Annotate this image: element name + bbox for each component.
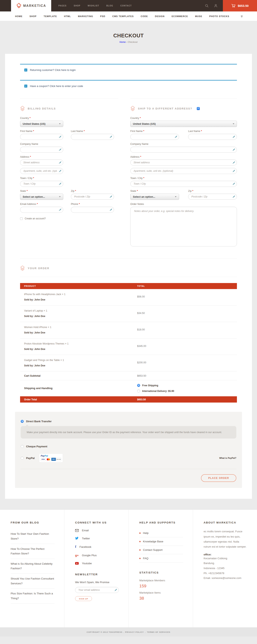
main-nav-ecommerce[interactable]: ECOMMERCE [172, 15, 188, 18]
brand-logo[interactable]: MARKETICA [11, 0, 51, 12]
help-link[interactable]: FAQ [139, 554, 183, 563]
billing-title: BILLING DETAILS [28, 107, 56, 110]
login-link[interactable]: Click here to login [55, 68, 76, 72]
main-nav-code[interactable]: CODE [141, 15, 148, 18]
billing-state-select[interactable]: Select an option... [20, 194, 63, 200]
create-account-checkbox[interactable] [20, 217, 23, 220]
ship-different-checkbox[interactable] [197, 107, 200, 110]
billing-email-input[interactable] [20, 207, 63, 213]
billing-company-input[interactable] [20, 147, 63, 153]
main-nav-home[interactable]: HOME [15, 15, 22, 18]
field-label: Phone * [71, 203, 114, 206]
order-total-label: Order Total [20, 398, 137, 401]
main-nav-muse[interactable]: MUSE [195, 15, 202, 18]
footer-blog-column: FROM OUR BLOG How To Start Your Own Fash… [0, 510, 64, 627]
pen-icon [110, 136, 112, 138]
main-nav-html[interactable]: HTML [64, 15, 71, 18]
help-link[interactable]: Help [139, 529, 183, 537]
radio-icon[interactable] [21, 445, 24, 448]
radio-icon[interactable] [137, 390, 140, 392]
blog-link[interactable]: How To Start Your Own Fashion Store? [11, 529, 54, 544]
search-icon[interactable] [205, 4, 208, 8]
newsletter-email-input[interactable] [75, 587, 119, 593]
place-order-button[interactable]: PLACE ORDER [201, 474, 236, 482]
top-nav-shop[interactable]: SHOP [74, 4, 80, 7]
social-link-facebook[interactable]: f Facebook [75, 545, 119, 549]
user-icon[interactable] [214, 4, 218, 8]
billing-zip-input[interactable] [71, 194, 114, 200]
signup-button[interactable]: SIGN UP [75, 596, 92, 601]
billing-town-field: Town / City * [20, 177, 118, 187]
social-link-email[interactable]: Email [75, 529, 119, 532]
info-icon: i [24, 68, 27, 72]
what-is-paypal-link[interactable]: What is PayPal? [219, 457, 236, 459]
payment-method-cheque[interactable]: Cheque Payment [21, 445, 236, 448]
shipping-first-name-input[interactable] [130, 134, 179, 140]
billing-apartment-input[interactable] [20, 168, 63, 174]
shipping-option-international[interactable]: International Delivery: $5.90 [137, 390, 174, 392]
shipping-country-field: Country * United States (US) [130, 117, 237, 127]
shipping-zip-input[interactable] [188, 194, 237, 200]
shipping-section-header: SHIP TO A DIFFERENT ADDRESS? [130, 106, 237, 111]
payment-method-paypal[interactable]: PayPal PayPal VISA AMEX DISCOVER What is… [21, 454, 236, 462]
shipping-street-input[interactable] [130, 160, 237, 166]
radio-selected-icon[interactable] [137, 384, 140, 387]
stat-items-value: 38 [139, 596, 183, 600]
shipping-option-free[interactable]: Free Shipping [137, 384, 174, 387]
radio-icon[interactable] [21, 456, 24, 460]
chevron-double-down-icon[interactable] [240, 15, 243, 18]
field-label: Company Name [130, 142, 237, 146]
shipping-last-name-input[interactable] [188, 134, 237, 140]
pen-icon [114, 588, 117, 591]
shipping-country-select[interactable]: United States (US) [130, 121, 237, 127]
office-line: Ph. +6212345678 [204, 571, 247, 576]
social-link-googleplus[interactable]: g+ Google Plus [75, 554, 119, 557]
main-nav-photo-stocks[interactable]: PHOTO STOCKS [209, 15, 229, 18]
layers-icon [20, 266, 25, 271]
order-section-header: YOUR ORDER [20, 266, 237, 277]
field-label: Company Name [20, 142, 118, 146]
blog-link[interactable]: How To Choose The Perfect Fashion Store? [11, 544, 54, 559]
checkout-card: i Returning customer? Click here to logi… [5, 54, 252, 499]
shipping-title: SHIP TO A DIFFERENT ADDRESS? [138, 107, 192, 110]
help-link[interactable]: Contact Support [139, 546, 183, 554]
main-nav-shop[interactable]: SHOP [30, 15, 36, 18]
shipping-apartment-input[interactable] [130, 168, 237, 174]
help-link[interactable]: Knowladge Base [139, 537, 183, 546]
terms-link[interactable]: TERMS OF SERVICES [147, 631, 170, 633]
shipping-state-select[interactable]: Select an option... [130, 194, 179, 200]
social-link-twitter[interactable]: Twitter [75, 537, 119, 540]
breadcrumb-home[interactable]: Home [120, 41, 126, 43]
billing-state-field: State * Select an option... [20, 190, 63, 200]
coupon-link[interactable]: Click here to enter your code [50, 84, 83, 88]
blog-link[interactable]: Plus Size Fashion: Is There Such a Thing… [11, 588, 54, 604]
blog-link[interactable]: Should You Use Fashion Consultant Servic… [11, 574, 54, 588]
main-nav-psd[interactable]: PSD [100, 15, 106, 18]
youtube-icon [75, 562, 79, 565]
blog-link[interactable]: What is So Alluring About Celebrity Fash… [11, 559, 54, 574]
billing-first-name-input[interactable] [20, 134, 63, 140]
top-nav-wishlist[interactable]: WISHLIST [88, 4, 99, 7]
pen-icon [232, 148, 235, 151]
top-nav-pages[interactable]: PAGES [58, 4, 66, 7]
footer: FROM OUR BLOG How To Start Your Own Fash… [0, 510, 257, 627]
billing-phone-input[interactable] [71, 207, 114, 213]
shipping-town-input[interactable] [130, 181, 237, 187]
shipping-company-input[interactable] [130, 147, 237, 153]
radio-selected-icon[interactable] [21, 420, 24, 423]
main-nav-design[interactable]: DESIGN [155, 15, 165, 18]
main-nav-template[interactable]: TEMPLATE [44, 15, 57, 18]
billing-town-input[interactable] [20, 181, 63, 187]
social-link-youtube[interactable]: Youtube [75, 562, 119, 565]
top-nav-blog[interactable]: BLOG [106, 4, 113, 7]
billing-street-input[interactable] [20, 160, 63, 166]
main-nav-marketing[interactable]: MARKETING [78, 15, 93, 18]
billing-last-name-input[interactable] [71, 134, 114, 140]
main-nav-cms-templates[interactable]: CMS TEMPLATES [112, 15, 134, 18]
payment-method-bank[interactable]: Direct Bank Transfer [21, 420, 236, 423]
order-notes-textarea[interactable] [130, 207, 237, 246]
billing-country-select[interactable]: United States (US) [20, 121, 63, 127]
top-nav-contact[interactable]: CONTACT [120, 4, 132, 7]
privacy-policy-link[interactable]: PRIVACY POLICY [125, 631, 144, 633]
cart-button[interactable]: $653.50 [223, 0, 257, 12]
